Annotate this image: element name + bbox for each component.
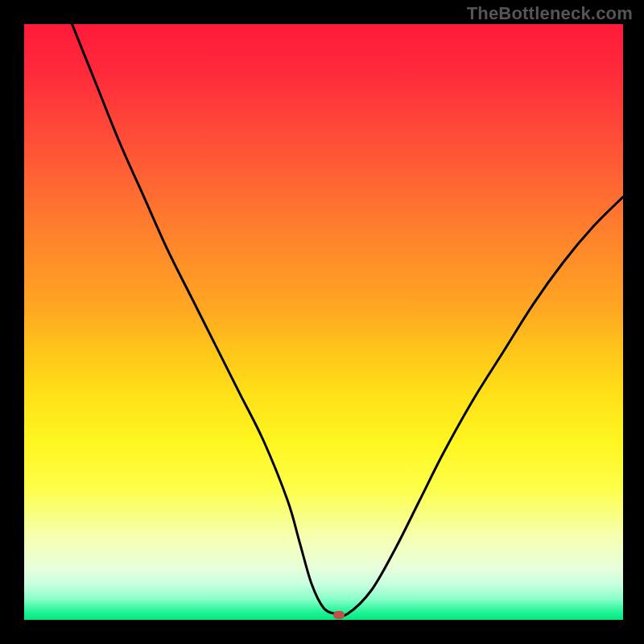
curve-layer bbox=[24, 24, 623, 620]
watermark-text: TheBottleneck.com bbox=[467, 3, 633, 24]
plot-area bbox=[24, 24, 623, 620]
chart-container: TheBottleneck.com bbox=[0, 0, 644, 644]
optimal-point-marker bbox=[333, 611, 345, 619]
bottleneck-curve bbox=[72, 24, 623, 616]
